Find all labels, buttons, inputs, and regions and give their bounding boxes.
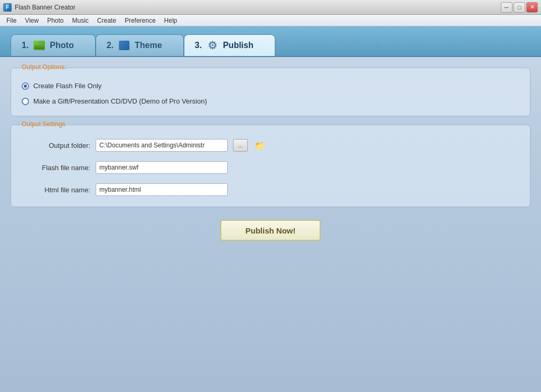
output-settings-title: Output Settings — [20, 120, 68, 128]
menu-create[interactable]: Create — [93, 16, 120, 25]
gear-icon: ⚙ — [206, 39, 219, 52]
radio-group: Create Flash File Only Make a Gift/Prese… — [22, 77, 519, 105]
flash-file-label: Flash file name: — [22, 164, 90, 172]
radio-flash-only-btn[interactable] — [22, 82, 29, 90]
main-window: 1. Photo 2. Theme 3. ⚙ Publish Output Op… — [0, 26, 541, 392]
tab-photo-label: Photo — [50, 41, 73, 50]
publish-now-button[interactable]: Publish Now! — [220, 220, 321, 241]
photo-icon — [33, 39, 45, 52]
close-button[interactable]: ✕ — [526, 2, 538, 13]
tab-photo[interactable]: 1. Photo — [11, 34, 96, 56]
window-title: Flash Banner Creator — [15, 4, 501, 11]
theme-icon — [118, 39, 130, 52]
output-folder-label: Output folder: — [22, 142, 90, 150]
radio-gift-cd-label: Make a Gift/Presentation CD/DVD (Demo of… — [33, 97, 207, 105]
radio-gift-cd-btn[interactable] — [22, 98, 29, 105]
output-options-panel: Output Options: Create Flash File Only M… — [11, 68, 530, 116]
html-file-row: Html file name: — [22, 183, 519, 196]
tab-publish-number: 3. — [195, 41, 202, 50]
tab-publish[interactable]: 3. ⚙ Publish — [184, 34, 275, 56]
open-folder-button[interactable]: 📁 — [253, 139, 267, 152]
radio-flash-only[interactable]: Create Flash File Only — [22, 82, 519, 90]
menu-file[interactable]: File — [2, 16, 21, 25]
output-settings-panel: Output Settings Output folder: ... 📁 Fla… — [11, 125, 530, 207]
maximize-button[interactable]: □ — [514, 2, 525, 13]
flash-file-row: Flash file name: — [22, 161, 519, 174]
flash-file-input[interactable] — [96, 161, 228, 174]
app-icon: F — [3, 3, 12, 12]
output-folder-row: Output folder: ... 📁 — [22, 139, 519, 152]
window-controls: ─ □ ✕ — [501, 2, 538, 13]
title-bar: F Flash Banner Creator ─ □ ✕ — [0, 0, 541, 15]
html-file-input[interactable] — [96, 183, 228, 196]
menu-help[interactable]: Help — [160, 16, 182, 25]
menu-music[interactable]: Music — [68, 16, 93, 25]
minimize-button[interactable]: ─ — [501, 2, 512, 13]
tab-publish-label: Publish — [223, 41, 254, 50]
menu-photo[interactable]: Photo — [43, 16, 68, 25]
tab-theme-number: 2. — [107, 41, 114, 50]
tab-theme-label: Theme — [135, 41, 162, 50]
radio-gift-cd[interactable]: Make a Gift/Presentation CD/DVD (Demo of… — [22, 97, 519, 105]
publish-section: Publish Now! — [11, 220, 530, 241]
browse-button[interactable]: ... — [233, 139, 248, 152]
html-file-label: Html file name: — [22, 186, 90, 194]
tab-theme[interactable]: 2. Theme — [96, 34, 184, 56]
menu-preference[interactable]: Preference — [120, 16, 160, 25]
form-fields: Output folder: ... 📁 Flash file name: Ht… — [22, 134, 519, 196]
output-options-title: Output Options: — [20, 63, 68, 71]
radio-flash-only-label: Create Flash File Only — [33, 82, 101, 90]
tab-bar: 1. Photo 2. Theme 3. ⚙ Publish — [0, 26, 541, 57]
tab-photo-number: 1. — [22, 41, 29, 50]
content-area: Output Options: Create Flash File Only M… — [0, 57, 541, 392]
menu-view[interactable]: View — [21, 16, 43, 25]
output-folder-input[interactable] — [96, 139, 228, 152]
menu-bar: File View Photo Music Create Preference … — [0, 15, 541, 26]
